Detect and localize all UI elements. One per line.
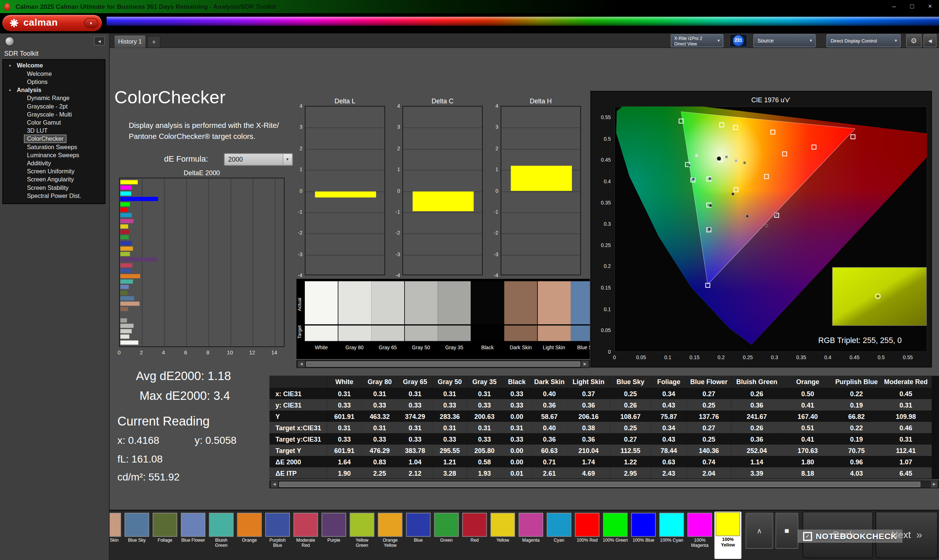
patch-button-moderate-red[interactable]: Moderate Red (292, 512, 319, 552)
source-dropdown[interactable]: Source ▼ (753, 34, 816, 47)
patch-button-bluish-green[interactable]: Bluish Green (208, 512, 235, 552)
sidebar-item-analysis[interactable]: ▲Analysis (3, 86, 105, 94)
sidebar-item-colorchecker[interactable]: ColorChecker (3, 135, 105, 143)
add-tab-button[interactable]: + (148, 36, 161, 48)
patch-button-100-cyan[interactable]: 100% Cyan (658, 512, 685, 552)
sidebar-item-dynamic-range[interactable]: Dynamic Range (3, 94, 105, 102)
sidebar-item-options[interactable]: Options (3, 78, 105, 86)
patch-color-swatch (237, 513, 262, 537)
patch-button-orange[interactable]: Orange (236, 512, 263, 552)
rainbow-gradient-bar (107, 17, 939, 26)
patch-button-red[interactable]: Red (461, 512, 488, 552)
table-cell: 0.33 (398, 399, 432, 411)
sidebar-item-screen-uniformity[interactable]: Screen Uniformity (3, 168, 105, 175)
table-scrollbar[interactable]: ◀ ▶ (270, 480, 939, 488)
table-cell: 0.33 (327, 433, 362, 445)
swatch-column-black: Black (471, 279, 504, 351)
meter-status-badge: 231 (729, 34, 748, 47)
patch-button-100-blue[interactable]: 100% Blue (630, 512, 657, 552)
deltae-bar-moderate-red (120, 263, 132, 267)
stop-measurement-button[interactable]: ■ (776, 513, 798, 549)
sidebar-item-3d-lut[interactable]: 3D LUT (3, 127, 105, 135)
patch-button-yellow-green[interactable]: Yellow Green (348, 512, 375, 552)
patch-button-green[interactable]: Green (433, 512, 459, 552)
table-cell: 4.03 (833, 467, 880, 478)
sidebar-item-welcome[interactable]: Welcome (3, 70, 105, 78)
sidebar-item-screen-angularity[interactable]: Screen Angularity (3, 175, 105, 184)
sidebar-item-grayscale-2pt[interactable]: Grayscale - 2pt (3, 102, 105, 110)
patch-button-cyan[interactable]: Cyan (546, 512, 572, 552)
sidebar-item-color-gamut[interactable]: Color Gamut (3, 119, 105, 127)
patch-label: Magenta (518, 538, 544, 543)
target-swatch (471, 325, 504, 341)
close-button[interactable]: × (921, 0, 939, 13)
patch-button-yellow[interactable]: Yellow (489, 512, 516, 552)
sidebar-collapse-button[interactable]: ◀ (94, 37, 105, 45)
settings-button[interactable]: ⚙ (906, 34, 921, 47)
table-cell: 58.67 (532, 411, 567, 422)
scrollbar-thumb[interactable] (279, 482, 920, 487)
sidebar-item-label: Screen Stability (27, 185, 68, 191)
target-swatch (438, 325, 470, 341)
scroll-left-icon[interactable]: ◀ (270, 481, 278, 488)
patch-button-100-magenta[interactable]: 100% Magenta (686, 512, 713, 552)
target-row-label: Target (297, 322, 304, 342)
delta_h-y-tick-label: -2 (489, 230, 498, 235)
expanded-group-icon[interactable]: ▲ (8, 86, 12, 94)
display-control-dropdown[interactable]: Direct Display Control ▼ (826, 34, 900, 47)
sidebar-item-saturation-sweeps[interactable]: Saturation Sweeps (3, 143, 105, 151)
patch-button-magenta[interactable]: Magenta (518, 512, 544, 552)
meter-dropdown[interactable]: X-Rite i1Pro 2 Direct View ▼ (671, 34, 724, 47)
table-cell: 0.41 (782, 399, 833, 411)
expanded-group-icon[interactable]: ▲ (8, 62, 12, 70)
logo-dropdown-button[interactable]: ▼ (84, 18, 98, 28)
patch-button-100-red[interactable]: 100% Red (574, 512, 600, 552)
table-cell: 0.37 (567, 388, 611, 399)
patch-selection-bar: ∧ ■ « Back Next » ✓ NOTEBOOKCHECK Light … (109, 510, 939, 560)
patch-button-blue-flower[interactable]: Blue Flower (180, 512, 207, 552)
patch-button-blue-sky[interactable]: Blue Sky (123, 512, 150, 552)
calman-logo[interactable]: calman ▼ (3, 15, 102, 31)
tab-history-1[interactable]: History 1 (114, 35, 146, 48)
sidebar-item-luminance-sweeps[interactable]: Luminance Sweeps (3, 151, 105, 159)
patch-button-foliage[interactable]: Foliage (151, 512, 178, 552)
sidebar-item-grayscale-multi[interactable]: Grayscale - Multi (3, 110, 105, 118)
delta_c-chart-title: Delta C (402, 97, 483, 105)
table-cell: 78.44 (651, 445, 687, 456)
patch-color-swatch (434, 513, 459, 537)
maximize-button[interactable]: □ (903, 0, 921, 13)
delta_h-bar (511, 166, 572, 191)
patch-button-light-skin[interactable]: Light Skin (109, 512, 122, 552)
meter-count-badge: 231 (733, 35, 743, 46)
patch-button-purplish-blue[interactable]: Purplish Blue (264, 512, 291, 552)
swatch-strip-scrollbar[interactable]: ◀ ▶ (296, 360, 590, 368)
chevron-down-icon: ▼ (894, 39, 898, 43)
expand-patchbar-button[interactable]: ∧ (746, 513, 773, 549)
patch-button-purple[interactable]: Purple (320, 512, 347, 552)
deltae-x-tick-label: 6 (177, 349, 195, 355)
scroll-left-icon[interactable]: ◀ (297, 361, 305, 367)
table-cell: 2.12 (398, 467, 432, 478)
patch-button-blue[interactable]: Blue (405, 512, 432, 552)
scrollbar-thumb[interactable] (306, 362, 580, 367)
sidebar-item-spectral-power-dist-[interactable]: Spectral Power Dist. (3, 192, 105, 200)
sidebar-home-icon[interactable] (5, 37, 14, 46)
table-cell: 0.33 (502, 433, 532, 445)
sidebar-item-additivity[interactable]: Additivity (3, 159, 105, 167)
patch-button-100-yellow[interactable]: 100% Yellow (714, 512, 741, 559)
page-title: ColorChecker (114, 87, 225, 108)
minimize-button[interactable]: – (885, 0, 903, 13)
scroll-right-icon[interactable]: ▶ (581, 361, 589, 367)
sidebar-item-welcome[interactable]: ▲Welcome (3, 62, 105, 70)
sidebar-item-screen-stability[interactable]: Screen Stability (3, 184, 105, 192)
panel-collapse-button[interactable]: ◀ (924, 34, 937, 47)
delta_l-y-tick-label: -1 (293, 209, 302, 215)
de-formula-dropdown[interactable]: 2000 ▼ (224, 153, 293, 166)
swatch-comparison-strip: Actual Target WhiteGray 80Gray 65Gray 50… (296, 279, 590, 359)
patch-button-100-green[interactable]: 100% Green (602, 512, 629, 552)
patch-button-orange-yellow[interactable]: Orange Yellow (377, 512, 404, 552)
deltae-bar-white (120, 340, 138, 344)
scroll-right-icon[interactable]: ▶ (930, 481, 939, 488)
reading-x-value: x: 0.4168 (117, 435, 159, 447)
table-corner-cell (270, 375, 327, 388)
